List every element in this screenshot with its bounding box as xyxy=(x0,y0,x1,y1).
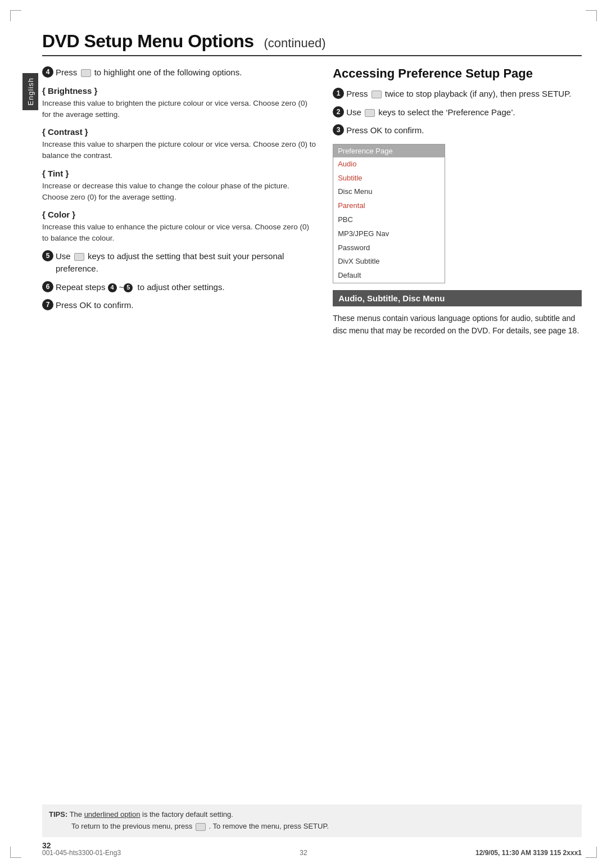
tips-area: TIPS: The underlined option is the facto… xyxy=(42,804,582,837)
stop-button-icon xyxy=(372,91,382,98)
step-5-number: 5 xyxy=(42,250,53,261)
contrast-body: Increase this value to sharpen the pictu… xyxy=(42,139,316,162)
corner-mark-tr xyxy=(586,10,597,21)
corner-mark-bl xyxy=(10,847,21,858)
arrow-keys-icon xyxy=(74,253,84,261)
tips-line1-post: is the factory default setting. xyxy=(140,810,233,819)
pref-menu-item-divx[interactable]: DivX Subtitle xyxy=(333,255,445,269)
footer-left: 001-045-hts3300-01-Eng3 xyxy=(42,849,121,857)
step-ref-5: 5 xyxy=(124,283,133,292)
color-title: { Color } xyxy=(42,210,316,219)
page-subtitle: (continued) xyxy=(264,36,326,51)
color-body: Increase this value to enhance the pictu… xyxy=(42,221,316,245)
right-step-2-text2: keys to select the ‘Preference Page’. xyxy=(378,107,515,117)
arrow-button-icon xyxy=(81,69,91,77)
right-step-1-text2: twice to stop playback (if any), then pr… xyxy=(385,89,572,98)
pref-menu-item-default[interactable]: Default xyxy=(333,269,445,283)
language-sidebar: English xyxy=(22,73,38,110)
footer-center: 32 xyxy=(300,849,307,857)
step-5-text2: keys to adjust the setting that best sui… xyxy=(56,251,284,274)
step-4-row: 4 Press to highlight one of the followin… xyxy=(42,66,316,79)
step-4-number: 4 xyxy=(42,66,53,78)
page-title: DVD Setup Menu Options xyxy=(42,31,254,52)
step-6-content: Repeat steps 4~5 to adjust other setting… xyxy=(56,281,316,294)
right-step-2-use: Use xyxy=(346,107,361,117)
pref-menu-item-parental[interactable]: Parental xyxy=(333,199,445,213)
tips-line2-mid: . To remove the menu, press SETUP. xyxy=(209,822,329,830)
pref-menu-item-disc-menu[interactable]: Disc Menu xyxy=(333,185,445,199)
nav-keys-icon xyxy=(365,109,375,117)
pref-menu-item-mp3jpeg[interactable]: MP3/JPEG Nav xyxy=(333,227,445,241)
right-step-1-row: 1 Press twice to stop playback (if any),… xyxy=(333,88,582,101)
tips-line1-pre: The xyxy=(70,810,84,819)
right-step-2-number: 2 xyxy=(333,106,344,117)
contrast-title: { Contrast } xyxy=(42,127,316,137)
pref-menu-item-audio[interactable]: Audio xyxy=(333,157,445,171)
step-4-content: Press to highlight one of the following … xyxy=(56,66,316,79)
step-4-text2: to highlight one of the following option… xyxy=(94,67,242,77)
step-5-use: Use xyxy=(56,251,71,261)
main-content: DVD Setup Menu Options (continued) 4 Pre… xyxy=(42,31,582,337)
right-step-2-row: 2 Use keys to select the ‘Preference Pag… xyxy=(333,106,582,119)
pref-menu-item-pbc[interactable]: PBC xyxy=(333,213,445,227)
corner-mark-tl xyxy=(10,10,21,21)
two-col-layout: 4 Press to highlight one of the followin… xyxy=(42,66,582,337)
step-6-repeat: Repeat steps xyxy=(56,282,105,292)
step-7-number: 7 xyxy=(42,299,53,310)
step-5-row: 5 Use keys to adjust the setting that be… xyxy=(42,250,316,275)
pref-menu-item-password[interactable]: Password xyxy=(333,241,445,255)
pref-menu-item-subtitle[interactable]: Subtitle xyxy=(333,171,445,186)
sidebar-label: English xyxy=(26,78,35,106)
right-step-3-row: 3 Press OK to confirm. xyxy=(333,124,582,137)
preference-menu-box: Preference Page Audio Subtitle Disc Menu… xyxy=(333,144,445,283)
corner-mark-br xyxy=(586,847,597,858)
tips-underline: underlined option xyxy=(84,810,141,819)
right-step-1-press: Press xyxy=(346,89,368,98)
page-header: DVD Setup Menu Options (continued) xyxy=(42,31,582,56)
step-6-number: 6 xyxy=(42,281,53,292)
right-step-3-number: 3 xyxy=(333,124,344,135)
step-ref-4: 4 xyxy=(108,283,117,292)
step-6-text2: to adjust other settings. xyxy=(138,282,225,292)
right-column: Accessing Preference Setup Page 1 Press … xyxy=(333,66,582,337)
tint-body: Increase or decrease this value to chang… xyxy=(42,180,316,204)
step-6-row: 6 Repeat steps 4~5 to adjust other setti… xyxy=(42,281,316,294)
brightness-body: Increase this value to brighten the pict… xyxy=(42,98,316,121)
right-step-1-number: 1 xyxy=(333,88,344,99)
step-7-row: 7 Press OK to confirm. xyxy=(42,299,316,312)
tips-line2: To return to the previous menu, press . … xyxy=(71,822,329,830)
right-step-1-content: Press twice to stop playback (if any), t… xyxy=(346,88,582,101)
return-button-icon xyxy=(196,823,206,831)
pref-menu-header: Preference Page xyxy=(333,144,445,157)
left-column: 4 Press to highlight one of the followin… xyxy=(42,66,316,337)
tips-line2-pre: To return to the previous menu, press xyxy=(71,822,192,830)
step-5-content: Use keys to adjust the setting that best… xyxy=(56,250,316,275)
step-4-press: Press xyxy=(56,67,77,77)
tips-label: TIPS: xyxy=(49,810,67,819)
footer-right: 12/9/05, 11:30 AM 3139 115 2xxx1 xyxy=(475,849,582,857)
audio-section-header: Audio, Subtitle, Disc Menu xyxy=(333,290,582,306)
audio-section-body: These menus contain various language opt… xyxy=(333,312,582,337)
pref-section-title: Accessing Preference Setup Page xyxy=(333,66,582,81)
right-step-3-content: Press OK to confirm. xyxy=(346,124,582,137)
step-7-content: Press OK to confirm. xyxy=(56,299,316,312)
right-step-2-content: Use keys to select the ‘Preference Page’… xyxy=(346,106,582,119)
brightness-title: { Brightness } xyxy=(42,86,316,96)
tint-title: { Tint } xyxy=(42,169,316,178)
